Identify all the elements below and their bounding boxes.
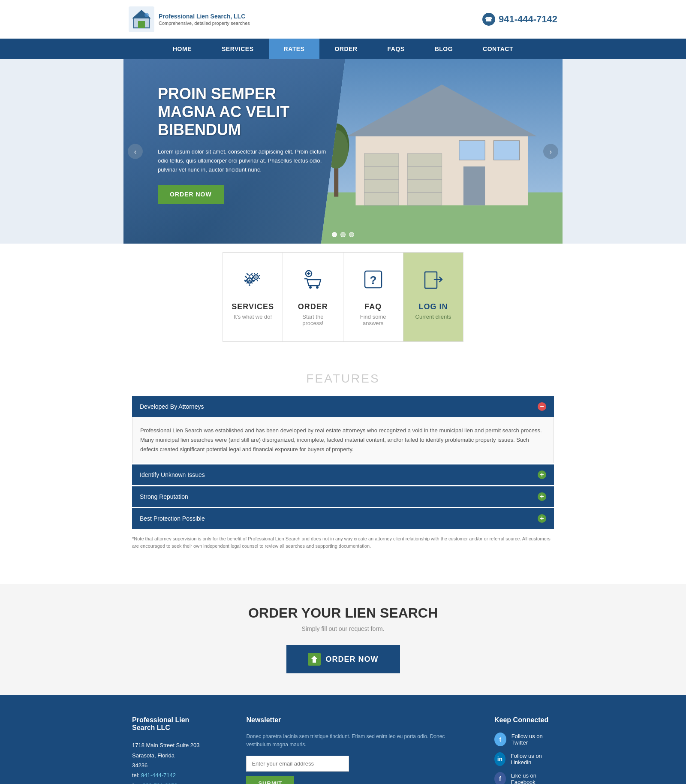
services-title: SERVICES xyxy=(232,302,274,311)
features-section: FEATURES Developed By Attorneys − Profes… xyxy=(0,350,686,571)
twitter-icon: t xyxy=(494,733,506,746)
phone-number[interactable]: ☎ 941-444-7142 xyxy=(482,13,557,26)
svg-rect-19 xyxy=(463,166,485,205)
feature-order[interactable]: ORDER Start the process! xyxy=(283,253,343,341)
footer-social: Keep Connected t Follow us on Twitter in… xyxy=(494,716,554,784)
footer-tel-link[interactable]: 941-444-7142 xyxy=(141,772,176,778)
disclaimer-text: *Note that attorney supervision is only … xyxy=(132,535,554,549)
accordion-label-protection: Best Protection Possible xyxy=(140,515,205,522)
logo-icon xyxy=(129,6,154,32)
accordion-item-reputation: Strong Reputation + xyxy=(132,486,554,507)
order-icon-svg xyxy=(310,655,319,663)
hero-dots xyxy=(332,232,354,237)
feature-services[interactable]: SERVICES It's what we do! xyxy=(223,253,283,341)
footer-address: 1718 Main Street Suite 203 Sarasota, Flo… xyxy=(132,740,212,784)
footer-newsletter: Newsletter Donec pharetra lacinia sem tr… xyxy=(246,716,460,784)
accordion-plus-icon-issues: + xyxy=(538,470,546,479)
order-subtitle: Simply fill out our request form. xyxy=(9,625,677,632)
social-facebook[interactable]: f Like us on Facebook xyxy=(494,772,554,784)
svg-rect-36 xyxy=(425,272,437,288)
nav-blog[interactable]: BLOG xyxy=(420,39,468,59)
accordion-plus-icon-reputation: + xyxy=(538,492,546,501)
footer-tel: tel: 941-444-7142 xyxy=(132,770,212,780)
footer-fax: fax: 888-791-2053 xyxy=(132,781,212,784)
login-door-icon xyxy=(421,268,445,291)
social-twitter[interactable]: t Follow us on Twitter xyxy=(494,733,554,746)
accordion-header-issues[interactable]: Identify Unknown Issues + xyxy=(132,464,554,485)
faq-icon: ? xyxy=(352,268,394,296)
gear-icon xyxy=(241,268,265,291)
services-icon xyxy=(232,268,274,296)
accordion-header-reputation[interactable]: Strong Reputation + xyxy=(132,486,554,507)
social-title: Keep Connected xyxy=(494,716,554,724)
features-title: FEATURES xyxy=(132,372,554,386)
accordion-item-attorneys: Developed By Attorneys − Professional Li… xyxy=(132,396,554,463)
facebook-label: Like us on Facebook xyxy=(511,772,554,784)
social-linkedin[interactable]: in Follow us on Linkedin xyxy=(494,752,554,766)
accordion-plus-icon-protection: + xyxy=(538,514,546,523)
feature-faq[interactable]: ? FAQ Find some answers xyxy=(343,253,403,341)
header: Professional Lien Search, LLC Comprehens… xyxy=(0,0,686,39)
nav-home[interactable]: HOME xyxy=(158,39,207,59)
hero-dot-2[interactable] xyxy=(340,232,346,237)
main-nav: HOME SERVICES RATES ORDER FAQS BLOG CONT… xyxy=(0,39,686,59)
hero-dot-3[interactable] xyxy=(349,232,354,237)
nav-faqs[interactable]: FAQS xyxy=(373,39,420,59)
accordion-label-reputation: Strong Reputation xyxy=(140,493,188,500)
footer-content: Professional Lien Search LLC 1718 Main S… xyxy=(123,716,563,784)
accordion-minus-icon: − xyxy=(538,402,546,411)
feature-login[interactable]: LOG IN Current clients xyxy=(403,253,463,341)
hero-content: PROIN SEMPER MAGNA AC VELIT BIBENDUM Lor… xyxy=(123,59,365,229)
hero-dot-1[interactable] xyxy=(332,232,337,237)
accordion-label-attorneys: Developed By Attorneys xyxy=(140,403,204,410)
faq-title: FAQ xyxy=(352,302,394,311)
nav-contact[interactable]: CONTACT xyxy=(468,39,528,59)
twitter-label: Follow us on Twitter xyxy=(511,733,554,746)
newsletter-email-input[interactable] xyxy=(246,756,349,772)
nav-container: HOME SERVICES RATES ORDER FAQS BLOG CONT… xyxy=(158,39,528,59)
accordion-label-issues: Identify Unknown Issues xyxy=(140,471,205,478)
features-inner: FEATURES Developed By Attorneys − Profes… xyxy=(123,372,563,549)
order-section: ORDER YOUR LIEN SEARCH Simply fill out o… xyxy=(0,584,686,695)
order-title: ORDER xyxy=(292,302,334,311)
hero-section: PROIN SEMPER MAGNA AC VELIT BIBENDUM Lor… xyxy=(123,59,563,244)
svg-rect-21 xyxy=(493,141,519,160)
order-title: ORDER YOUR LIEN SEARCH xyxy=(9,605,677,621)
svg-point-5 xyxy=(144,13,149,17)
phone-icon: ☎ xyxy=(482,13,495,26)
hero-prev-button[interactable]: ‹ xyxy=(128,144,143,159)
footer-fax-link[interactable]: 888-791-2053 xyxy=(143,782,178,784)
accordion-header-protection[interactable]: Best Protection Possible + xyxy=(132,508,554,529)
logo[interactable]: Professional Lien Search, LLC Comprehens… xyxy=(129,6,250,32)
svg-rect-3 xyxy=(138,21,145,28)
svg-text:?: ? xyxy=(370,274,376,286)
login-title: LOG IN xyxy=(412,302,454,311)
svg-rect-20 xyxy=(459,141,485,160)
newsletter-submit-button[interactable]: SUBMIT xyxy=(246,776,294,784)
hero-title: PROIN SEMPER MAGNA AC VELIT BIBENDUM xyxy=(158,85,331,139)
order-subtitle: Start the process! xyxy=(292,314,334,326)
question-icon: ? xyxy=(361,268,385,291)
feature-boxes-wrapper: SERVICES It's what we do! ORDER Start th… xyxy=(0,244,686,350)
hero-wrapper: PROIN SEMPER MAGNA AC VELIT BIBENDUM Lor… xyxy=(0,59,686,244)
nav-order[interactable]: ORDER xyxy=(319,39,372,59)
accordion-header-attorneys[interactable]: Developed By Attorneys − xyxy=(132,396,554,417)
order-now-button[interactable]: ORDER NOW xyxy=(286,645,400,673)
accordion-item-issues: Identify Unknown Issues + xyxy=(132,464,554,485)
newsletter-text: Donec pharetra lacinia sem tristique tin… xyxy=(246,733,460,749)
nav-rates[interactable]: RATES xyxy=(269,39,320,59)
svg-point-32 xyxy=(309,286,312,289)
nav-services[interactable]: SERVICES xyxy=(207,39,269,59)
svg-point-27 xyxy=(249,280,251,282)
login-icon xyxy=(412,268,454,296)
hero-next-button[interactable]: › xyxy=(543,144,558,159)
accordion-item-protection: Best Protection Possible + xyxy=(132,508,554,529)
logo-tagline: Comprehensive, detailed property searche… xyxy=(159,20,250,26)
cart-icon xyxy=(301,268,325,291)
svg-marker-37 xyxy=(311,656,318,663)
login-subtitle: Current clients xyxy=(412,314,454,320)
hero-order-button[interactable]: ORDER NOW xyxy=(158,185,224,204)
accordion-content-attorneys: Professional Lien Search was established… xyxy=(132,417,554,463)
hero-description: Lorem ipsum dolor sit amet, consectetur … xyxy=(158,148,331,174)
facebook-icon: f xyxy=(494,772,506,784)
